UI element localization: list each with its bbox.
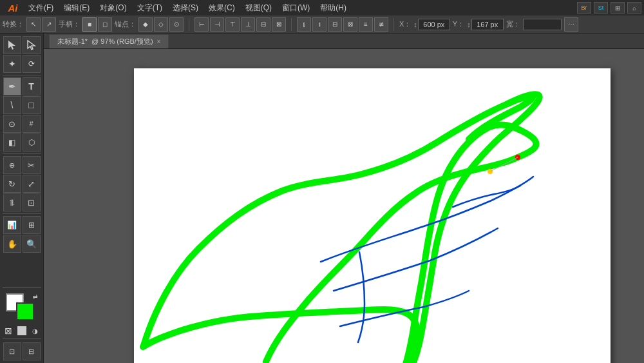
gradient-tool[interactable]: ◧ — [3, 133, 21, 152]
color-mode-row: ⊠ ◑ — [2, 326, 42, 335]
rotate-tool[interactable]: ↻ — [3, 175, 21, 193]
free-transform[interactable]: ⊡ — [23, 193, 41, 211]
dist-4[interactable]: ⊠ — [343, 17, 357, 32]
align-left[interactable]: ⊢ — [194, 17, 209, 32]
anchor-btn-3[interactable]: ⊙ — [169, 17, 184, 32]
hand-tool[interactable]: ✋ — [3, 235, 21, 253]
menu-effect[interactable]: 效果(C) — [204, 1, 240, 15]
dist-5[interactable]: ≡ — [359, 17, 373, 32]
search-icon[interactable]: ⌕ — [627, 2, 641, 14]
align-center-h[interactable]: ⊣ — [210, 17, 224, 32]
align-top[interactable]: ⊥ — [241, 17, 255, 32]
warp-tool[interactable]: ⥮ — [3, 193, 21, 211]
workspace-icon[interactable]: ⊞ — [611, 2, 625, 14]
toolbox: ✦ ⟳ ✒ T \ □ ⊙ # ◧ ⬡ ⊕ ✂ ↻ ⤢ ⥮ — [0, 34, 44, 363]
lasso-tool[interactable]: ⟳ — [23, 55, 41, 73]
tool-row-line: \ □ — [3, 96, 41, 114]
tool-sep-2 — [3, 153, 41, 154]
anchor-btn-2[interactable]: ◇ — [154, 17, 168, 32]
document-tab[interactable]: 未标题-1* @ 97% (RGB/预览) × — [49, 34, 169, 48]
menu-file[interactable]: 文件(F) — [23, 1, 59, 15]
eyedropper-tool[interactable]: ⬡ — [23, 133, 41, 152]
menu-view[interactable]: 视图(Q) — [240, 1, 277, 15]
align-right[interactable]: ⊤ — [225, 17, 240, 32]
zoom-tool[interactable]: 🔍 — [23, 235, 41, 253]
scissors-tool[interactable]: ✂ — [23, 156, 41, 174]
app-logo: Ai — [3, 3, 23, 14]
tool-row-blend: ⊕ ✂ — [3, 156, 41, 174]
line-tool[interactable]: \ — [3, 96, 21, 114]
graph-tool[interactable]: 📊 — [3, 216, 21, 234]
select-tool[interactable] — [3, 36, 21, 54]
handle-btn-2[interactable]: ◻ — [98, 17, 112, 32]
transform-label: 转换： — [3, 19, 24, 29]
tool-row-lasso: ✦ ⟳ — [3, 55, 41, 73]
align-center-v[interactable]: ⊟ — [256, 17, 270, 32]
rect-tool[interactable]: □ — [23, 96, 41, 114]
dist-6[interactable]: ≢ — [374, 17, 388, 32]
select-tool-btn[interactable]: ↖ — [26, 17, 41, 32]
type-tool[interactable]: T — [23, 77, 41, 95]
tab-title: 未标题-1* — [57, 37, 88, 46]
tool-row-paint: ⊙ # — [3, 115, 41, 133]
magic-wand-tool[interactable]: ✦ — [3, 55, 21, 73]
tool-sep-5 — [3, 338, 41, 339]
anchor-group: ◆ ◇ ⊙ — [138, 17, 184, 32]
bridge-icon[interactable]: Br — [577, 2, 591, 14]
menu-edit[interactable]: 编辑(E) — [59, 1, 95, 15]
menu-object[interactable]: 对象(O) — [95, 1, 131, 15]
sep-1 — [189, 18, 189, 31]
x-input[interactable] — [418, 19, 450, 30]
drawing-svg — [134, 68, 611, 363]
tool-row-bottom: ⊡ ⊟ — [3, 342, 41, 360]
paintbucket-tool[interactable]: ⊙ — [3, 115, 21, 133]
handle-btn-1[interactable]: ■ — [82, 17, 97, 32]
tool-sep-3 — [3, 213, 41, 214]
align-bottom[interactable]: ⊠ — [272, 17, 286, 32]
menu-help[interactable]: 帮助(H) — [315, 1, 352, 15]
tab-info: @ 97% (RGB/预览) — [91, 37, 153, 46]
sep-3 — [393, 18, 394, 31]
change-screen-mode[interactable]: ⊟ — [23, 342, 41, 360]
anchor-point-group: ↖ ↗ — [26, 17, 56, 32]
sep-2 — [291, 18, 292, 31]
canvas-content[interactable] — [44, 49, 644, 363]
width-input[interactable] — [523, 19, 562, 30]
menu-type[interactable]: 文字(T) — [132, 1, 167, 15]
tab-close[interactable]: × — [157, 38, 161, 45]
solid-color-icon[interactable] — [17, 326, 26, 335]
anchor-label: 锚点： — [115, 19, 136, 29]
tool-row-nav: ✋ 🔍 — [3, 235, 41, 253]
more-options-btn[interactable]: ⋯ — [564, 17, 578, 32]
none-icon[interactable]: ⊠ — [2, 326, 15, 335]
tool-row-warp: ⥮ ⊡ — [3, 193, 41, 211]
dist-3[interactable]: ⊟ — [328, 17, 342, 32]
scale-tool[interactable]: ⤢ — [23, 175, 41, 193]
menu-select[interactable]: 选择(S) — [167, 1, 204, 15]
stock-icon[interactable]: St — [594, 2, 608, 14]
direct-select-tool[interactable] — [23, 36, 41, 54]
handle-label: 手柄： — [59, 19, 80, 29]
blend-tool[interactable]: ⊕ — [3, 156, 21, 174]
x-label: X： — [399, 19, 411, 29]
y-input[interactable] — [471, 19, 504, 30]
canvas-area: 未标题-1* @ 97% (RGB/预览) × — [44, 34, 644, 363]
gradient-icon[interactable]: ◑ — [29, 326, 42, 335]
align-group: ⊢ ⊣ ⊤ ⊥ ⊟ ⊠ — [194, 17, 286, 32]
tool-row-pen: ✒ T — [3, 77, 41, 95]
dist-2[interactable]: ⫾ — [312, 17, 327, 32]
anchor-btn-1[interactable]: ◆ — [138, 17, 153, 32]
pen-tool[interactable]: ✒ — [3, 77, 21, 95]
stroke-indicator[interactable] — [16, 302, 34, 320]
color-area: ⇄ ⊠ ◑ ⊡ ⊟ — [2, 286, 42, 360]
rotate-tool-btn[interactable]: ↗ — [42, 17, 56, 32]
menu-window[interactable]: 窗口(W) — [277, 1, 315, 15]
artboard-tool[interactable]: ⊞ — [23, 216, 41, 234]
swap-colors-icon[interactable]: ⇄ — [33, 293, 38, 300]
dist-1[interactable]: ⫿ — [297, 17, 311, 32]
tool-sep-1 — [3, 75, 41, 75]
screen-mode-btn[interactable]: ⊡ — [3, 342, 21, 360]
mesh-tool[interactable]: # — [23, 115, 41, 133]
menu-right-icons: Br St ⊞ ⌕ — [577, 2, 641, 14]
tool-row-graph: 📊 ⊞ — [3, 216, 41, 234]
